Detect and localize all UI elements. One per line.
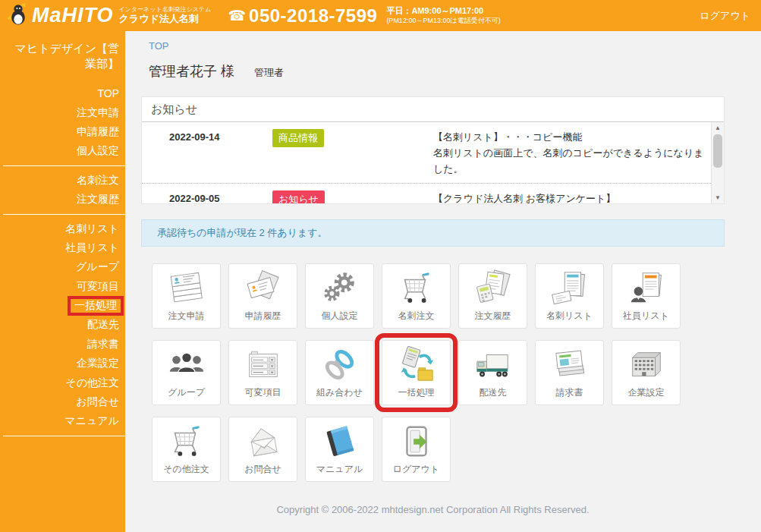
notice-item: 2022-09-14 商品情報 【名刺リスト】・・・コピー機能 名刺リストの画面… [142,122,711,183]
notice-scrollbar[interactable]: ▲ ▼ [711,122,724,203]
tile-label: 配送先 [480,386,507,399]
sidebar: マヒトデザイン【営業部】 TOP 注文申請 申請履歴 個人設定 名刺注文 注文履… [0,31,125,532]
tile-batch-process[interactable]: 一括処理 [382,340,451,405]
sidebar-item-group[interactable]: グループ [0,258,125,277]
highlight-box-sidebar: 一括処理 [68,296,124,316]
tile-other-order[interactable]: その他注文 [152,417,221,482]
truck-icon [473,344,513,386]
tile-label: 名刺リスト [546,310,593,323]
scroll-up-icon[interactable]: ▲ [712,122,724,134]
tile-employee-list[interactable]: 社員リスト [612,263,681,329]
gears-icon [320,267,360,310]
tile-contact[interactable]: お問合せ [228,417,297,482]
tile-label: 個人設定 [322,310,358,323]
top-bar: MaHITO インターネット名刺発注システム クラウド法人名刺 ☎ 050-20… [0,0,761,31]
tile-label: マニュアル [316,463,363,476]
brand-name: MaHITO [32,4,114,27]
chain-icon [320,344,360,386]
phone-number: 050-2018-7599 [249,5,377,27]
sidebar-item-contact[interactable]: お問合せ [0,392,125,411]
document-list-icon [550,267,590,310]
tile-label: 社員リスト [623,310,669,323]
tile-label: 組み合わせ [316,386,363,399]
shortcut-grid: 注文申請 申請履歴 [152,263,683,482]
tile-label: 注文申請 [168,310,205,323]
sidebar-item-card-list[interactable]: 名刺リスト [0,219,125,238]
tile-logout[interactable]: ログアウト [382,417,451,482]
group-icon [167,344,206,386]
tile-label: グループ [168,386,205,399]
sidebar-item-order-history[interactable]: 注文履歴 [0,190,125,209]
scrollbar-thumb[interactable] [713,134,722,168]
form-list-icon [244,344,283,386]
mascot-logo-icon [6,2,30,30]
tile-label: お問合せ [244,463,281,476]
tile-label: 一括処理 [398,386,435,399]
notice-panel: お知らせ 2022-09-14 商品情報 【名刺リスト】・・・コピー機能 名刺リ… [141,96,725,204]
notice-date: 2022-09-14 [169,129,272,177]
tile-variable-fields[interactable]: 可変項目 [228,340,297,405]
tile-label: 申請履歴 [245,310,281,323]
notice-list[interactable]: 2022-09-14 商品情報 【名刺リスト】・・・コピー機能 名刺リストの画面… [142,122,711,203]
business-hours-line1: 平日：AM9:00～PM17:00 [386,6,500,17]
tile-company-settings[interactable]: 企業設定 [612,340,681,405]
tile-card-list[interactable]: 名刺リスト [535,263,604,329]
cards-stack-icon [167,267,206,310]
sidebar-item-request-history[interactable]: 申請履歴 [0,122,125,141]
envelope-icon [244,420,283,463]
tile-manual[interactable]: マニュアル [305,417,374,482]
brand-logo[interactable]: MaHITO インターネット名刺発注システム クラウド法人名刺 [6,2,211,30]
tile-combination[interactable]: 組み合わせ [305,340,374,405]
cards-fan-icon [244,267,283,310]
main-content: TOP 管理者花子 様 管理者 お知らせ 2022-09-14 商品情報 【名刺… [125,31,761,532]
phone-block: ☎ 050-2018-7599 平日：AM9:00～PM17:00 (PM12:… [228,5,500,27]
user-role: 管理者 [254,66,284,80]
cart-icon [397,267,436,310]
invoice-icon [550,344,590,386]
sidebar-item-batch-process[interactable]: 一括処理 [0,296,125,315]
brand-tagline: クラウド法人名刺 [119,14,212,25]
tile-request-history[interactable]: 申請履歴 [228,263,297,329]
sidebar-item-variable-fields[interactable]: 可変項目 [0,277,125,296]
sidebar-item-card-order[interactable]: 名刺注文 [0,171,125,190]
sidebar-item-top[interactable]: TOP [0,84,125,103]
tile-label: 企業設定 [628,386,665,399]
tile-card-order[interactable]: 名刺注文 [382,263,451,329]
logout-link[interactable]: ログアウト [700,9,750,23]
person-document-icon [627,267,666,310]
sidebar-item-employee-list[interactable]: 社員リスト [0,238,125,257]
sidebar-item-personal-settings[interactable]: 個人設定 [0,142,125,161]
tile-shipping-address[interactable]: 配送先 [458,340,527,405]
notice-line: 名刺リストの画面上で、名刺のコピーができるようになりました。 [433,145,711,177]
sidebar-item-invoice[interactable]: 請求書 [0,335,125,354]
breadcrumb[interactable]: TOP [149,40,169,52]
notice-badge-product-info: 商品情報 [272,129,324,147]
sidebar-item-other-order[interactable]: その他注文 [0,373,125,392]
notice-badge-news: お知らせ [272,190,325,203]
tile-group[interactable]: グループ [152,340,221,405]
sidebar-item-shipping-address[interactable]: 配送先 [0,316,125,335]
tile-label: 請求書 [556,386,583,399]
sidebar-item-company-settings[interactable]: 企業設定 [0,354,125,373]
organization-name: マヒトデザイン【営業部】 [0,31,125,72]
sidebar-divider [3,436,125,436]
sidebar-item-manual[interactable]: マニュアル [0,412,125,431]
brand-tagline-small: インターネット名刺発注システム [119,6,212,13]
book-icon [320,420,360,463]
tile-order-history[interactable]: 注文履歴 [458,263,527,329]
tile-label: 可変項目 [245,386,281,399]
scroll-down-icon[interactable]: ▼ [712,192,724,203]
notice-line: 【クラウド法人名刺 お客様アンケート】 [433,190,711,203]
tile-label: ログアウト [393,463,439,476]
tile-invoice[interactable]: 請求書 [535,340,604,405]
cart-icon [167,420,206,463]
notice-line: 【名刺リスト】・・・コピー機能 [433,129,711,145]
tile-label: その他注文 [163,463,209,476]
copyright-text: Copyright © 2006-2022 mhtdesign.net Corp… [141,504,725,515]
notice-date: 2022-09-05 [169,190,272,203]
tile-order-request[interactable]: 注文申請 [152,263,221,329]
building-icon [627,344,666,386]
sidebar-item-order-request[interactable]: 注文申請 [0,103,125,122]
notice-title: お知らせ [142,97,724,122]
tile-personal-settings[interactable]: 個人設定 [305,263,374,329]
